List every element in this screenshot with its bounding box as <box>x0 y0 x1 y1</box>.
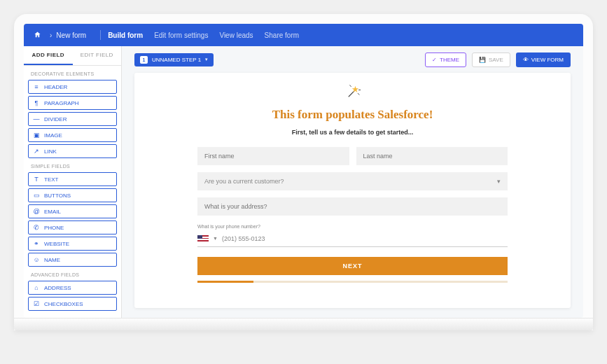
workspace: ADD FIELD EDIT FIELD DECORATIVE ELEMENTS… <box>24 46 583 318</box>
link-icon: ↗ <box>33 148 40 155</box>
image-icon: ▣ <box>33 132 40 139</box>
form-subtitle: First, tell us a few details to get star… <box>197 129 508 136</box>
field-label: LINK <box>44 148 57 155</box>
next-button[interactable]: NEXT <box>197 257 508 275</box>
eye-icon: 👁 <box>523 57 529 63</box>
tab-add-field[interactable]: ADD FIELD <box>24 46 73 65</box>
field-label: BUTTONS <box>44 192 71 199</box>
step-number: 1 <box>140 56 148 64</box>
field-name[interactable]: ☺NAME <box>28 253 117 267</box>
canvas-toolbar: 1 UNNAMED STEP 1 ▾ ✓THEME 💾SAVE 👁VIEW FO… <box>122 46 583 73</box>
btn-label: VIEW FORM <box>531 57 564 63</box>
form-preview: This form populates Salesforce! First, t… <box>134 73 571 308</box>
sidebar-tabs: ADD FIELD EDIT FIELD <box>24 46 121 66</box>
phone-placeholder: (201) 555-0123 <box>222 235 265 242</box>
buttons-icon: ▭ <box>33 192 40 199</box>
field-website[interactable]: ⚭WEBSITE <box>28 237 117 251</box>
sidebar: ADD FIELD EDIT FIELD DECORATIVE ELEMENTS… <box>24 46 122 318</box>
btn-label: THEME <box>440 57 459 63</box>
view-form-button[interactable]: 👁VIEW FORM <box>516 52 571 67</box>
last-name-input[interactable] <box>356 147 508 165</box>
address-input[interactable] <box>197 197 508 216</box>
svg-line-3 <box>349 85 351 87</box>
field-buttons[interactable]: ▭BUTTONS <box>28 188 117 202</box>
chevron-down-icon: ▾ <box>205 57 208 62</box>
field-label: HEADER <box>44 84 67 90</box>
divider-icon: — <box>33 115 40 122</box>
phone-icon: ✆ <box>33 224 40 231</box>
field-text[interactable]: TTEXT <box>28 172 117 186</box>
flag-icon[interactable] <box>197 235 209 242</box>
field-link[interactable]: ↗LINK <box>28 144 117 158</box>
group-advanced: ADVANCED FIELDS <box>24 267 121 281</box>
email-icon: @ <box>33 208 40 215</box>
btn-label: SAVE <box>489 57 503 63</box>
group-decorative: DECORATIVE ELEMENTS <box>24 66 121 80</box>
field-checkboxes[interactable]: ☑CHECKBOXES <box>28 297 117 311</box>
name-icon: ☺ <box>33 256 40 263</box>
field-label: ADDRESS <box>44 285 71 291</box>
field-label: CHECKBOXES <box>44 301 83 307</box>
website-icon: ⚭ <box>33 240 40 247</box>
checkbox-icon: ☑ <box>33 300 40 307</box>
chevron-right-icon: › <box>50 31 52 39</box>
nav-edit-settings[interactable]: Edit form settings <box>154 31 208 39</box>
field-email[interactable]: @EMAIL <box>28 204 117 218</box>
app-screen: › New form Build form Edit form settings… <box>24 24 583 318</box>
field-address[interactable]: ⌂ADDRESS <box>28 281 117 295</box>
laptop-frame: › New form Build form Edit form settings… <box>14 14 593 330</box>
nav-share-form[interactable]: Share form <box>265 31 299 39</box>
chevron-down-icon: ▾ <box>497 178 501 185</box>
btn-label: NEXT <box>342 262 362 270</box>
breadcrumb-current[interactable]: New form <box>56 31 86 39</box>
phone-input[interactable]: ▼ (201) 555-0123 <box>197 230 508 247</box>
form-title: This form populates Salesforce! <box>197 108 508 122</box>
field-label: PHONE <box>44 225 64 231</box>
theme-button[interactable]: ✓THEME <box>425 52 466 67</box>
field-paragraph[interactable]: ¶PARAGRAPH <box>28 96 117 110</box>
svg-line-1 <box>358 93 359 94</box>
chevron-down-icon: ▼ <box>213 236 218 241</box>
select-label: Are you a current customer? <box>204 178 284 185</box>
tab-edit-field[interactable]: EDIT FIELD <box>73 46 122 65</box>
text-icon: T <box>33 176 40 183</box>
address-icon: ⌂ <box>33 284 40 291</box>
field-label: WEBSITE <box>44 241 69 247</box>
field-image[interactable]: ▣IMAGE <box>28 128 117 142</box>
save-icon: 💾 <box>479 57 486 63</box>
progress-bar <box>197 281 508 283</box>
wand-icon: ✓ <box>432 57 437 63</box>
nav-build-form[interactable]: Build form <box>108 31 143 39</box>
paragraph-icon: ¶ <box>33 99 40 106</box>
separator <box>100 30 101 40</box>
first-name-input[interactable] <box>197 147 349 165</box>
laptop-base <box>14 318 593 330</box>
header-icon: ≡ <box>33 83 40 90</box>
step-label: UNNAMED STEP 1 <box>152 57 201 63</box>
field-label: PARAGRAPH <box>44 100 79 106</box>
field-label: TEXT <box>44 176 58 183</box>
canvas: 1 UNNAMED STEP 1 ▾ ✓THEME 💾SAVE 👁VIEW FO… <box>122 46 583 318</box>
field-label: NAME <box>44 257 60 263</box>
top-nav-bar: › New form Build form Edit form settings… <box>24 24 583 46</box>
home-icon[interactable] <box>34 31 41 40</box>
customer-select[interactable]: Are you a current customer? ▾ <box>197 172 508 190</box>
nav-view-leads[interactable]: View leads <box>219 31 253 39</box>
phone-label: What is your phone number? <box>197 224 508 229</box>
group-simple: SIMPLE FIELDS <box>24 158 121 172</box>
field-header[interactable]: ≡HEADER <box>28 80 117 94</box>
field-label: DIVIDER <box>44 116 67 122</box>
step-selector[interactable]: 1 UNNAMED STEP 1 ▾ <box>134 53 214 66</box>
field-label: EMAIL <box>44 209 61 215</box>
svg-marker-0 <box>351 86 358 92</box>
field-label: IMAGE <box>44 132 62 139</box>
save-button[interactable]: 💾SAVE <box>472 52 510 67</box>
field-phone[interactable]: ✆PHONE <box>28 220 117 234</box>
wand-icon <box>197 83 508 102</box>
field-divider[interactable]: —DIVIDER <box>28 112 117 126</box>
